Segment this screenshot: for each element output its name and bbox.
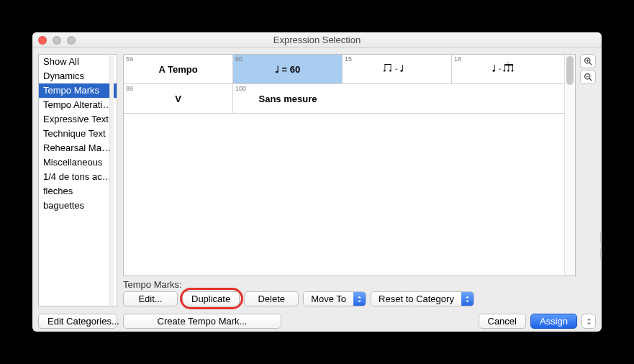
svg-text:=: = [499,66,502,71]
sidebar-item[interactable]: Dynamics [39,69,117,83]
nav-up-button[interactable] [600,230,602,245]
svg-point-3 [383,70,385,71]
expression-cell[interactable]: 59A Tempo [124,55,233,83]
cell-content: =6 [491,63,522,76]
cell-number: 15 [345,55,352,63]
nav-down-button[interactable] [600,247,602,261]
sidebar-item[interactable]: Miscellaneous [39,155,117,170]
cell-number: 59 [126,55,133,63]
cell-number: 100 [235,85,246,92]
assign-button[interactable]: Assign [530,314,577,329]
zoom-in-button[interactable] [580,54,596,68]
reset-to-category-select[interactable]: Reset to Category [371,291,474,306]
sidebar-item[interactable]: Expressive Text [39,112,117,127]
cell-content: A Tempo [158,64,197,75]
sidebar-item[interactable]: Technique Text [39,127,117,141]
grid-row: 99V100Sans mesure [124,84,575,114]
edit-button[interactable]: Edit... [123,291,178,306]
cell-number: 18 [454,55,461,63]
cell-content: ♩ = 60 [275,64,300,75]
sidebar-item[interactable]: Rehearsal Marks [39,141,117,155]
svg-point-18 [511,70,513,71]
close-icon[interactable] [38,36,47,45]
scrollbar-thumb[interactable] [566,56,574,85]
svg-text:6: 6 [507,63,510,64]
expression-selection-window: Expression Selection Show AllDynamicsTem… [32,32,602,332]
expression-cell[interactable]: 15= [343,55,452,83]
move-to-label: Move To [304,292,353,306]
expression-cell[interactable]: 60♩ = 60 [233,55,343,83]
svg-rect-15 [512,64,513,70]
cell-content: = [383,63,412,76]
dialog-buttons: Cancel Assign [479,314,597,329]
svg-line-25 [589,78,592,81]
window-title: Expression Selection [32,35,602,45]
expression-grid[interactable]: 59A Tempo60♩ = 6015=18=699V100Sans mesur… [123,54,576,276]
sidebar: Show AllDynamicsTempo MarksTempo Alterat… [38,54,117,329]
footer-row: Create Tempo Mark... Cancel Assign [123,314,596,329]
svg-rect-2 [390,64,391,70]
duplicate-button[interactable]: Duplicate [182,291,240,306]
main-panel: 59A Tempo60♩ = 6015=18=699V100Sans mesur… [123,54,596,329]
svg-point-16 [503,70,505,71]
cell-content: V [175,94,181,104]
minimize-icon[interactable] [53,36,61,45]
actions-label: Tempo Marks: [123,279,596,290]
nav-arrows [600,230,602,261]
delete-button[interactable]: Delete [244,291,299,306]
chevron-updown-icon [353,292,366,306]
create-tempo-mark-button[interactable]: Create Tempo Mark... [123,314,281,329]
sidebar-item[interactable]: Show All [39,55,117,69]
sidebar-item[interactable]: Tempo Marks [39,83,117,98]
svg-point-17 [507,70,510,71]
action-buttons-row: Edit... Duplicate Delete Move To Reset t… [123,291,596,306]
svg-text:=: = [395,66,398,71]
svg-point-4 [389,70,391,71]
grid-scrollbar[interactable] [564,55,575,276]
chevron-updown-icon [461,292,474,306]
expression-cell[interactable]: 18=6 [452,55,561,83]
titlebar: Expression Selection [32,32,602,48]
svg-rect-14 [509,64,510,70]
grid-row: 59A Tempo60♩ = 6015=18=6 [124,55,575,84]
traffic-lights [38,36,76,45]
expression-cell[interactable]: 99V [124,84,233,113]
assign-options-button[interactable] [581,314,596,329]
zoom-tools [580,54,596,276]
svg-rect-1 [384,64,385,70]
zoom-out-button[interactable] [580,70,596,84]
move-to-select[interactable]: Move To [303,291,366,306]
cancel-button[interactable]: Cancel [479,314,526,329]
cell-number: 60 [235,55,243,63]
svg-rect-7 [402,65,403,71]
sidebar-item[interactable]: 1/4 de tons acci... [39,170,117,184]
svg-rect-0 [384,64,391,65]
grid-wrap: 59A Tempo60♩ = 6015=18=699V100Sans mesur… [123,54,596,276]
sidebar-item[interactable]: baguettes [39,199,117,213]
cell-number: 99 [126,85,133,92]
svg-rect-9 [494,65,495,71]
sidebar-item[interactable]: flèches [39,184,117,199]
expression-cell[interactable]: 100Sans mesure [233,84,343,113]
cell-content: Sans mesure [259,94,317,104]
reset-label: Reset to Category [371,292,461,306]
category-list[interactable]: Show AllDynamicsTempo MarksTempo Alterat… [38,54,117,306]
svg-line-21 [589,63,592,65]
zoom-icon[interactable] [67,36,76,45]
edit-categories-button[interactable]: Edit Categories... [38,314,117,329]
window-body: Show AllDynamicsTempo MarksTempo Alterat… [32,48,602,332]
sidebar-item[interactable]: Tempo Alteratio... [39,98,117,112]
svg-rect-13 [504,64,505,70]
